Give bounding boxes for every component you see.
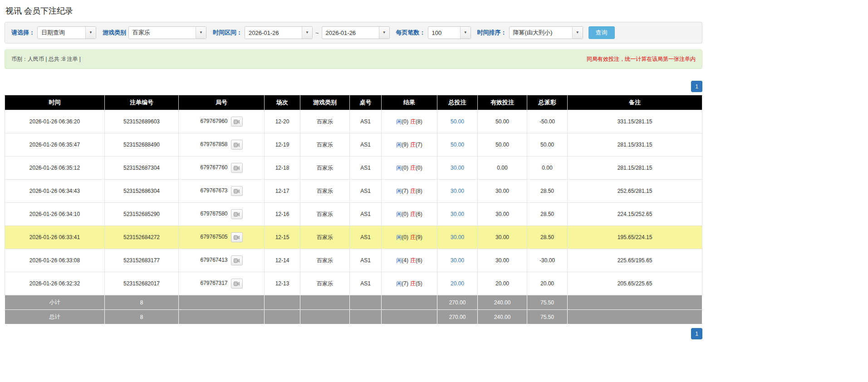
video-replay-button[interactable] [231, 186, 243, 196]
cell-payout: 50.00 [527, 133, 568, 157]
result-banker-score: (8) [416, 188, 422, 194]
search-button[interactable]: 查询 [588, 26, 615, 39]
cell-note: 281.15/281.15 [568, 157, 702, 180]
game-type-combobox: ▼ [128, 26, 206, 39]
game-type-label: 游戏类别 [103, 29, 126, 37]
total-count: 8 [105, 310, 179, 324]
cell-session: 12-20 [265, 110, 300, 133]
cell-result: 闲(0)庄(9) [382, 226, 437, 249]
total-bet-link[interactable]: 30.00 [451, 211, 464, 217]
cell-session: 12-19 [265, 133, 300, 157]
page-button-1[interactable]: 1 [691, 81, 702, 92]
result-player-label: 闲 [396, 188, 402, 194]
info-bar: 币别：人民币 | 总共 :8 注单 | 同局有效投注，统一计算在该局第一张注单内 [5, 49, 702, 69]
result-banker-score: (9) [416, 234, 422, 240]
column-header: 局号 [179, 95, 265, 110]
query-type-combobox: ▼ [37, 26, 96, 39]
game-type-input[interactable] [129, 27, 196, 39]
video-icon [234, 281, 240, 286]
column-header: 注单编号 [105, 95, 179, 110]
total-bet-link[interactable]: 30.00 [451, 165, 464, 171]
result-banker-label: 庄 [410, 234, 416, 240]
page-button-1[interactable]: 1 [691, 328, 702, 339]
video-replay-button[interactable] [231, 255, 243, 265]
cell-bet-id: 523152686304 [105, 180, 179, 203]
video-icon [234, 142, 240, 147]
empty-cell [568, 310, 702, 324]
round-number: 679767760 [200, 164, 227, 171]
sort-order-dropdown-button[interactable]: ▼ [572, 27, 583, 39]
currency-summary-text: 币别：人民币 | 总共 :8 注单 | [11, 55, 81, 63]
cell-total-bet: 30.00 [437, 203, 478, 226]
page-size-input[interactable] [428, 27, 460, 39]
cell-valid-bet: 30.00 [478, 226, 527, 249]
chevron-down-icon: ▼ [576, 31, 579, 34]
result-banker-label: 庄 [410, 257, 416, 264]
result-player-score: (0) [402, 234, 408, 240]
table-row: 2026-01-26 06:36:20523152689603679767960… [5, 110, 702, 133]
result-banker-score: (8) [416, 118, 422, 125]
cell-session: 12-18 [265, 157, 300, 180]
result-banker-score: (6) [416, 211, 422, 217]
result-player-score: (9) [402, 142, 408, 148]
empty-cell [179, 295, 265, 310]
video-replay-button[interactable] [231, 232, 243, 242]
total-bet-link[interactable]: 50.00 [451, 118, 464, 125]
notice-text: 同局有效投注，统一计算在该局第一张注单内 [587, 55, 696, 63]
total-bet-link[interactable]: 30.00 [451, 234, 464, 240]
chevron-down-icon: ▼ [305, 31, 309, 34]
cell-time: 2026-01-26 06:34:10 [5, 203, 105, 226]
result-player-score: (7) [402, 280, 408, 287]
cell-bet-id: 523152682017 [105, 272, 179, 295]
cell-time: 2026-01-26 06:35:47 [5, 133, 105, 157]
date-from-dropdown-button[interactable]: ▼ [302, 27, 312, 39]
cell-round: 679767413 [179, 249, 265, 272]
empty-cell [300, 310, 350, 324]
page-size-dropdown-button[interactable]: ▼ [460, 27, 471, 39]
video-replay-button[interactable] [231, 279, 243, 289]
video-replay-button[interactable] [231, 209, 243, 219]
total-bet-link[interactable]: 30.00 [451, 188, 464, 194]
date-to-dropdown-button[interactable]: ▼ [379, 27, 389, 39]
video-icon [234, 166, 240, 171]
query-type-dropdown-button[interactable]: ▼ [85, 27, 96, 39]
column-header: 场次 [265, 95, 300, 110]
result-player-label: 闲 [396, 142, 402, 148]
page-size-combobox: ▼ [428, 26, 471, 39]
table-row: 2026-01-26 06:32:32523152682017679767317… [5, 272, 702, 295]
column-header: 结果 [382, 95, 437, 110]
cell-payout: 0.00 [527, 157, 568, 180]
total-bet-link[interactable]: 50.00 [451, 142, 464, 148]
cell-total-bet: 50.00 [437, 110, 478, 133]
column-header: 时间 [5, 95, 105, 110]
video-replay-button[interactable] [231, 140, 243, 150]
game-type-dropdown-button[interactable]: ▼ [196, 27, 206, 39]
sort-order-input[interactable] [510, 27, 572, 39]
total-bet-link[interactable]: 30.00 [451, 257, 464, 264]
empty-cell [300, 295, 350, 310]
cell-valid-bet: 30.00 [478, 180, 527, 203]
cell-session: 12-13 [265, 272, 300, 295]
total-bet-link[interactable]: 20.00 [451, 280, 464, 287]
cell-bet-id: 523152687304 [105, 157, 179, 180]
cell-table-no: AS1 [350, 272, 382, 295]
date-from-input[interactable] [245, 27, 302, 39]
cell-note: 205.65/225.65 [568, 272, 702, 295]
video-replay-button[interactable] [231, 117, 243, 127]
cell-valid-bet: 30.00 [478, 203, 527, 226]
cell-time: 2026-01-26 06:33:41 [5, 226, 105, 249]
records-tbody: 2026-01-26 06:36:20523152689603679767960… [5, 110, 702, 295]
result-player-label: 闲 [396, 165, 402, 171]
table-row: 2026-01-26 06:35:12523152687304679767760… [5, 157, 702, 180]
chevron-down-icon: ▼ [89, 31, 93, 34]
video-icon [234, 189, 240, 194]
cell-session: 12-16 [265, 203, 300, 226]
total-payout: 75.50 [527, 310, 568, 324]
query-type-input[interactable] [38, 27, 85, 39]
date-to-input[interactable] [322, 27, 379, 39]
round-number: 679767580 [200, 211, 227, 217]
cell-payout: 20.00 [527, 272, 568, 295]
cell-total-bet: 20.00 [437, 272, 478, 295]
video-replay-button[interactable] [231, 163, 243, 173]
cell-time: 2026-01-26 06:33:08 [5, 249, 105, 272]
